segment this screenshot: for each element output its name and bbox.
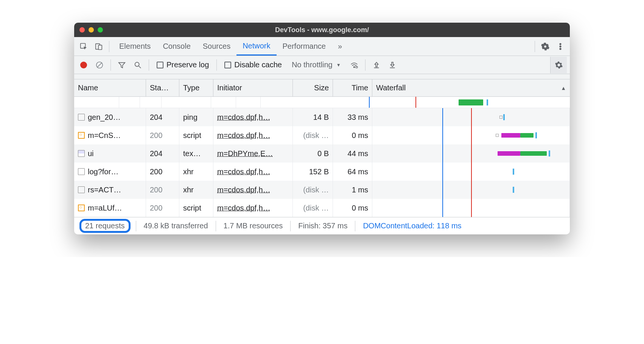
titlebar: DevTools - www.google.com/ [74, 23, 570, 37]
inspect-element-icon[interactable] [77, 40, 90, 53]
table-row[interactable]: log?for…200xhrm=cdos,dpf,h…152 B64 ms [74, 163, 570, 181]
divider [535, 41, 535, 52]
header-status[interactable]: Sta… [146, 79, 179, 96]
file-name: log?for… [88, 167, 118, 176]
doc-file-icon [78, 186, 85, 193]
network-settings-button[interactable] [550, 57, 567, 73]
svg-point-4 [560, 46, 561, 47]
table-row[interactable]: m=aLUf…200scriptm=cdos,dpf,h…(disk …0 ms [74, 199, 570, 217]
divider [109, 41, 109, 52]
table-headers: Name Sta… Type Initiator Size Time Water… [74, 79, 570, 97]
table-row[interactable]: gen_20…204pingm=cdos,dpf,h…14 B33 ms [74, 108, 570, 126]
request-type: tex… [179, 144, 213, 163]
more-tabs-button[interactable]: » [334, 42, 346, 51]
js-file-icon [78, 132, 85, 139]
doc-file-icon [78, 168, 85, 175]
header-initiator[interactable]: Initiator [213, 79, 293, 96]
waterfall-overview[interactable] [74, 97, 570, 108]
request-time: 33 ms [333, 108, 372, 126]
download-har-icon[interactable] [386, 59, 399, 71]
file-name: m=aLUf… [88, 204, 122, 212]
file-name: m=CnS… [88, 131, 121, 140]
table-row[interactable]: m=CnS…200scriptm=cdos,dpf,h…(disk …0 ms [74, 126, 570, 144]
main-tabbar: ElementsConsoleSourcesNetworkPerformance… [74, 37, 570, 56]
filter-subbar [74, 74, 570, 79]
initiator-link[interactable]: m=cdos,dpf,h… [217, 113, 271, 122]
request-type: xhr [179, 163, 213, 181]
img-file-icon [78, 150, 85, 157]
request-table: gen_20…204pingm=cdos,dpf,h…14 B33 msm=Cn… [74, 108, 570, 217]
disable-cache-label: Disable cache [234, 60, 282, 69]
request-size: (disk … [293, 181, 333, 199]
request-time: 44 ms [333, 144, 372, 163]
network-conditions-icon[interactable] [348, 59, 361, 71]
tab-console[interactable]: Console [157, 37, 196, 56]
status-code: 200 [146, 199, 179, 217]
request-size: 14 B [293, 108, 333, 126]
sort-arrow-icon: ▲ [561, 85, 566, 91]
window-title: DevTools - www.google.com/ [74, 26, 570, 34]
table-row[interactable]: rs=ACT…200xhrm=cdos,dpf,h…(disk …1 ms [74, 181, 570, 199]
clear-button[interactable] [93, 59, 106, 71]
preserve-log-checkbox[interactable]: Preserve log [154, 60, 212, 69]
request-size: (disk … [293, 199, 333, 217]
filter-icon[interactable] [115, 59, 128, 71]
tab-network[interactable]: Network [236, 37, 276, 56]
js-file-icon [78, 205, 85, 211]
status-bar: 21 requests 49.8 kB transferred 1.7 MB r… [74, 217, 570, 234]
throttling-select[interactable]: No throttling ▼ [288, 60, 345, 69]
status-code: 200 [146, 163, 179, 181]
svg-line-9 [139, 66, 141, 68]
tab-performance[interactable]: Performance [277, 37, 332, 56]
domcontentloaded-line [369, 97, 370, 108]
request-type: script [179, 199, 213, 217]
waterfall-cell [372, 144, 570, 163]
settings-gear-icon[interactable] [539, 40, 552, 53]
tab-sources[interactable]: Sources [197, 37, 236, 56]
header-name[interactable]: Name [74, 79, 146, 96]
request-time: 0 ms [333, 199, 372, 217]
preserve-log-label: Preserve log [166, 60, 209, 69]
disable-cache-checkbox[interactable]: Disable cache [221, 60, 285, 69]
request-time: 64 ms [333, 163, 372, 181]
waterfall-cell [372, 126, 570, 144]
doc-file-icon [78, 114, 85, 121]
table-row[interactable]: ui204tex…m=DhPYme,E…0 B44 ms [74, 144, 570, 163]
status-code: 204 [146, 108, 179, 126]
status-code: 200 [146, 126, 179, 144]
svg-point-10 [353, 67, 355, 68]
header-waterfall-label: Waterfall [376, 84, 406, 92]
requests-count: 21 requests [79, 219, 131, 233]
initiator-link[interactable]: m=cdos,dpf,h… [217, 204, 271, 212]
transferred-size: 49.8 kB transferred [142, 222, 210, 230]
svg-rect-2 [98, 45, 102, 50]
throttle-label: No throttling [292, 60, 333, 69]
header-type[interactable]: Type [179, 79, 213, 96]
header-waterfall[interactable]: Waterfall ▲ [372, 79, 570, 96]
file-name: gen_20… [88, 113, 121, 122]
device-toggle-icon[interactable] [92, 40, 105, 53]
divider [110, 59, 111, 71]
request-size: 152 B [293, 163, 333, 181]
header-time[interactable]: Time [333, 79, 372, 96]
initiator-link[interactable]: m=cdos,dpf,h… [217, 131, 271, 140]
header-size[interactable]: Size [293, 79, 333, 96]
dropdown-triangle-icon: ▼ [336, 62, 341, 68]
tab-elements[interactable]: Elements [113, 37, 157, 56]
upload-har-icon[interactable] [370, 59, 383, 71]
status-code: 200 [146, 181, 179, 199]
file-name: rs=ACT… [88, 186, 121, 194]
initiator-link[interactable]: m=cdos,dpf,h… [217, 186, 271, 194]
request-time: 0 ms [333, 126, 372, 144]
request-size: 0 B [293, 144, 333, 163]
status-code: 204 [146, 144, 179, 163]
initiator-link[interactable]: m=DhPYme,E… [217, 149, 273, 158]
initiator-link[interactable]: m=cdos,dpf,h… [217, 167, 271, 176]
request-type: xhr [179, 181, 213, 199]
svg-point-8 [135, 62, 139, 66]
record-button[interactable] [77, 59, 90, 71]
kebab-menu-icon[interactable] [554, 40, 567, 53]
waterfall-cell [372, 163, 570, 181]
search-icon[interactable] [131, 59, 144, 71]
request-type: script [179, 126, 213, 144]
